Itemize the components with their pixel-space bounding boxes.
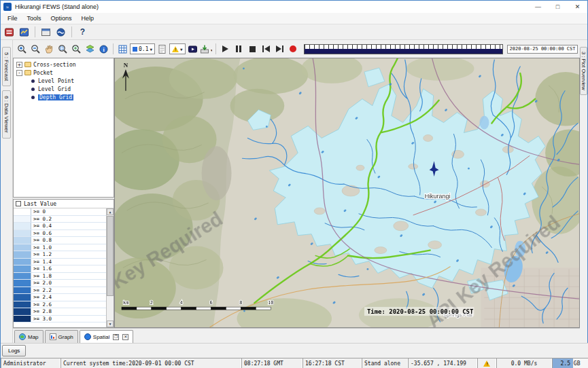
legend-row[interactable]: >= 1.4 [14,259,106,266]
menu-tools[interactable]: Tools [22,14,46,23]
status-gmt-time: 08:27:18 GMT [241,358,302,368]
tab-spatial[interactable]: Spatial ❐ ✕ [80,330,133,343]
map-display-icon[interactable] [54,26,67,39]
app-window: ≈ Hikurangi FEWS (Stand alone) — □ ✕ Fil… [0,0,588,368]
info-button[interactable]: i [97,42,110,56]
node-dot-icon [31,96,35,99]
svg-text:4: 4 [180,300,183,306]
stop-button[interactable] [246,42,259,56]
legend-row[interactable]: >= 1.6 [14,265,106,273]
scroll-thumb[interactable] [107,216,114,296]
legend-row[interactable]: >= 0.2 [14,216,106,223]
scroll-down-icon[interactable]: ▼ [107,320,114,327]
record-button[interactable] [287,42,300,56]
main-toolbar: ? [1,24,587,40]
record-icon [290,45,296,52]
close-button[interactable]: ✕ [568,1,587,13]
status-warning-cell[interactable] [477,358,496,368]
folder-icon [24,62,31,67]
layer-tree-panel: + Cross-section - Pocket Level Point Lev… [13,58,114,198]
timeline-slider[interactable] [304,44,503,54]
legend-color-swatch [14,273,31,280]
tree-item-pocket[interactable]: - Pocket [14,69,114,77]
zoom-out-button[interactable] [29,42,42,56]
profile-button[interactable] [156,42,169,56]
chevron-down-icon: ▼ [150,47,152,52]
last-value-checkbox[interactable] [16,201,21,206]
legend-row[interactable]: >= 1.8 [14,273,106,280]
zoom-extent-button[interactable] [70,42,83,56]
play-button[interactable] [219,42,232,56]
legend-row[interactable]: >= 0 [14,208,106,216]
globe-icon [19,333,26,340]
tab-graph[interactable]: Graph [45,330,78,343]
collapse-icon[interactable]: - [16,70,22,76]
menu-options[interactable]: Options [46,14,77,23]
legend-row[interactable]: >= 0.8 [14,237,106,244]
skip-end-icon [276,45,283,52]
tree-item-level-grid[interactable]: Level Grid [14,85,114,93]
legend-row[interactable]: >= 1.2 [14,251,106,259]
legend-color-swatch [14,251,31,258]
close-panel-icon[interactable]: ✕ [122,334,128,340]
town-label: Hikurangi [425,193,451,200]
menu-help[interactable]: Help [77,14,99,23]
minimize-button[interactable]: — [528,1,548,13]
menu-file[interactable]: File [3,14,22,23]
skip-start-icon [262,45,270,52]
pan-button[interactable] [43,42,56,56]
svg-text:8: 8 [239,300,242,306]
scroll-up-icon[interactable]: ▲ [107,208,114,215]
legend-row[interactable]: >= 0.4 [14,223,106,230]
legend-row[interactable]: >= 2.0 [14,280,106,287]
legend-color-swatch [14,287,31,294]
layers-button[interactable] [84,42,97,56]
sidebar-tab-data-viewer[interactable]: 6 : Data Viewer [2,90,11,139]
legend-list: >= 0 >= 0.2 >= 0.4 >= 0.6 >= 0.8 >= 1.0 … [14,208,106,327]
node-dot-icon [31,79,35,83]
status-coordinates: -35.657 , 174.199 [408,358,477,368]
legend-row[interactable]: >= 2.4 [14,294,106,301]
legend-color-swatch [14,280,31,287]
tree-item-cross-section[interactable]: + Cross-section [14,60,114,69]
zoom-box-button[interactable] [56,42,69,56]
legend-row[interactable]: >= 2.8 [14,308,106,316]
menu-bar: File Tools Options Help [1,13,587,24]
map-time-label: Time: 2020-08-25 00:00:00 CST [367,308,473,315]
svg-text:2: 2 [150,300,153,306]
legend-row[interactable]: >= 2.2 [14,287,106,295]
legend-row[interactable]: >= 3.0 [14,316,106,323]
pause-button[interactable] [232,42,245,56]
tree-item-depth-grid[interactable]: Depth Grid [14,93,114,101]
zoom-in-button[interactable] [16,42,29,56]
animation-button[interactable] [186,42,199,56]
step-back-button[interactable] [260,42,273,56]
legend-row[interactable]: >= 1.0 [14,244,106,252]
grid-size-dropdown[interactable]: 0.1 ▼ [130,43,155,54]
sidebar-tab-forecast[interactable]: 5 : Forecast [2,47,11,86]
logs-row: Logs [1,343,588,358]
map-canvas[interactable]: API Key Required API Key Required Hikura… [114,58,580,328]
play-icon [222,45,228,52]
tree-item-level-point[interactable]: Level Point [14,77,114,85]
help-icon[interactable]: ? [76,26,89,39]
app-icon: ≈ [3,3,12,11]
expand-icon[interactable]: + [16,62,22,68]
maximize-button[interactable]: □ [548,1,568,13]
sidebar-tab-plot-overview[interactable]: 3 : Plot Overview [580,47,587,95]
restore-panel-icon[interactable]: ❐ [113,334,119,340]
logs-button[interactable]: Logs [2,345,26,356]
thresholds-dropdown[interactable]: ▼ [169,43,186,54]
legend-row[interactable]: >= 0.6 [14,230,106,238]
legend-color-swatch [14,237,31,244]
tab-map[interactable]: Map [14,330,44,343]
current-datetime: 2020-08-25 00:00:00 CST [507,45,578,54]
legend-row[interactable]: >= 2.6 [14,301,106,309]
export-button[interactable]: ▼ [200,42,213,56]
display-window-icon[interactable] [39,26,52,39]
database-icon[interactable] [3,26,16,39]
time-series-icon[interactable] [18,26,31,39]
grid-button[interactable] [116,42,129,56]
legend-scrollbar[interactable]: ▲ ▼ [106,208,114,327]
step-forward-button[interactable] [273,42,286,56]
